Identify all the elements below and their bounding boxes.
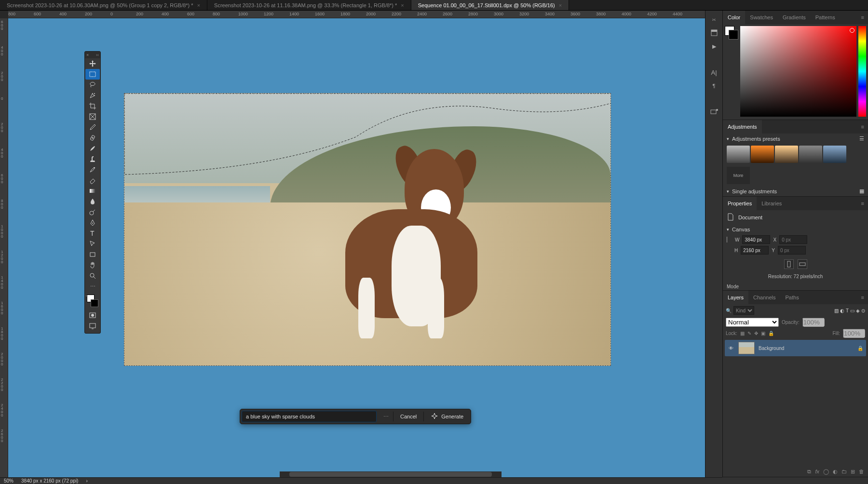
doc-tab-1[interactable]: Screenshot 2023-10-26 at 11.16.38AM.png … (207, 0, 411, 10)
link-layers-icon[interactable]: ⧉ (807, 469, 811, 475)
zoom-tool[interactable] (85, 270, 100, 281)
layer-thumbnail[interactable] (738, 342, 755, 354)
history-panel-icon[interactable] (709, 28, 719, 38)
preset-thumb[interactable] (775, 146, 798, 163)
doc-tab-0[interactable]: Screenshot 2023-10-26 at 10.06.30AM.png … (0, 0, 207, 10)
adjustments-presets-head[interactable]: ▾ Adjustments presets ☰ (723, 134, 868, 144)
filter-type-icon[interactable]: T (846, 308, 849, 313)
height-input[interactable] (741, 246, 769, 255)
layer-filter-kind[interactable]: Kind (733, 306, 754, 315)
width-input[interactable] (742, 235, 770, 244)
scroll-thumb[interactable] (289, 472, 492, 477)
single-adjustments-head[interactable]: ▾ Single adjustments ▦ (723, 186, 868, 196)
eyedropper-tool[interactable] (85, 122, 100, 133)
marquee-tool[interactable] (85, 69, 100, 80)
layer-row-background[interactable]: 👁 Background 🔒 (725, 340, 866, 356)
mask-icon[interactable]: ◯ (823, 469, 829, 475)
tools-panel-grip[interactable]: ×›‹ (85, 52, 100, 58)
filter-toggle[interactable]: ⊙ (861, 308, 865, 313)
tab-libraries[interactable]: Libraries (757, 197, 787, 210)
lock-pixels-icon[interactable]: ▦ (740, 331, 745, 336)
hue-slider[interactable] (858, 26, 866, 117)
tab-properties[interactable]: Properties (723, 197, 757, 210)
canvas-viewport[interactable]: ×›‹ T (8, 18, 705, 477)
frame-tool[interactable] (85, 111, 100, 122)
quick-select-tool[interactable] (85, 90, 100, 101)
visibility-toggle-icon[interactable]: 👁 (728, 346, 734, 351)
ai-panel-icon[interactable] (709, 107, 719, 117)
status-more-icon[interactable]: › (86, 478, 87, 484)
dodge-tool[interactable] (85, 207, 100, 217)
move-tool[interactable] (85, 58, 100, 69)
prompt-input[interactable] (242, 411, 377, 422)
x-input[interactable] (779, 235, 807, 244)
background-swatch[interactable] (91, 299, 98, 307)
filter-pixel-icon[interactable]: ▧ (834, 308, 839, 313)
tab-color[interactable]: Color (723, 11, 745, 24)
collapse-icon[interactable]: ›‹ (96, 53, 99, 57)
type-tool[interactable]: T (85, 228, 100, 239)
fill-input[interactable] (843, 329, 865, 338)
tab-layers[interactable]: Layers (723, 291, 748, 304)
link-wh-icon[interactable]: ⎯⎯ (727, 237, 732, 242)
path-select-tool[interactable] (85, 239, 100, 249)
filter-shape-icon[interactable]: ▭ (850, 308, 854, 313)
tab-channels[interactable]: Channels (748, 291, 780, 304)
list-view-icon[interactable]: ☰ (859, 135, 864, 142)
filter-adjust-icon[interactable]: ◐ (840, 308, 844, 313)
color-field[interactable] (740, 26, 856, 117)
zoom-level[interactable]: 50% (4, 478, 14, 484)
orientation-landscape-button[interactable] (798, 259, 807, 269)
tab-swatches[interactable]: Swatches (745, 11, 778, 24)
preset-thumb[interactable] (799, 146, 822, 163)
cancel-button[interactable]: Cancel (394, 411, 422, 422)
preset-thumb[interactable] (823, 146, 846, 163)
preset-thumb[interactable] (727, 146, 750, 163)
panel-menu-icon[interactable]: ≡ (857, 201, 868, 206)
new-layer-icon[interactable]: ⊞ (851, 469, 855, 475)
adjustment-layer-icon[interactable]: ◐ (833, 469, 838, 475)
search-icon[interactable]: 🔍 (726, 308, 732, 313)
pen-tool[interactable] (85, 217, 100, 228)
expand-panels-icon[interactable]: ›‹ (709, 14, 719, 24)
tools-panel[interactable]: ×›‹ T (84, 51, 101, 334)
clone-stamp-tool[interactable] (85, 154, 100, 164)
y-input[interactable] (778, 246, 806, 255)
canvas-document[interactable] (124, 93, 611, 366)
prompt-more-button[interactable]: ⋯ (380, 411, 392, 422)
orientation-portrait-button[interactable] (784, 259, 794, 269)
grid-view-icon[interactable]: ▦ (859, 188, 864, 194)
tab-patterns[interactable]: Patterns (811, 11, 840, 24)
tab-adjustments[interactable]: Adjustments (723, 120, 762, 134)
tab-paths[interactable]: Paths (781, 291, 804, 304)
panel-menu-icon[interactable]: ≡ (857, 124, 868, 130)
lock-icon[interactable]: 🔒 (857, 346, 863, 351)
delete-icon[interactable]: 🗑 (859, 469, 864, 475)
healing-tool[interactable] (85, 133, 100, 143)
layer-name[interactable]: Background (759, 346, 784, 351)
lock-artboard-icon[interactable]: ▣ (761, 331, 765, 336)
horizontal-scrollbar[interactable] (280, 471, 502, 477)
panel-menu-icon[interactable]: ≡ (857, 14, 868, 20)
filter-smart-icon[interactable]: ◈ (856, 308, 860, 313)
lock-position-icon[interactable]: ✥ (754, 331, 758, 336)
document-dimensions[interactable]: 3840 px x 2160 px (72 ppi) (21, 478, 78, 484)
paragraph-panel-icon[interactable]: ¶ (709, 81, 719, 91)
blend-mode-select[interactable]: Normal (726, 318, 779, 327)
crop-tool[interactable] (85, 101, 100, 111)
color-fgbg[interactable] (725, 26, 738, 40)
history-brush-tool[interactable] (85, 164, 100, 175)
tab-gradients[interactable]: Gradients (778, 11, 811, 24)
blur-tool[interactable] (85, 196, 100, 207)
close-icon[interactable]: × (86, 53, 89, 57)
preset-thumb[interactable] (751, 146, 774, 163)
ruler-horizontal[interactable]: 8006004002000200400600800100012001400160… (8, 11, 705, 18)
lock-brush-icon[interactable]: ✎ (747, 331, 751, 336)
doc-tab-2[interactable]: Sequence 01.00_00_06_17.Still001.dpx @ 5… (411, 0, 569, 10)
panel-menu-icon[interactable]: ≡ (857, 295, 868, 300)
gradient-tool[interactable] (85, 186, 100, 196)
lock-all-icon[interactable]: 🔒 (768, 331, 774, 336)
screen-mode-toggle[interactable] (85, 321, 100, 331)
opacity-input[interactable] (802, 318, 825, 327)
canvas-section-head[interactable]: ▾ Canvas (723, 225, 868, 234)
